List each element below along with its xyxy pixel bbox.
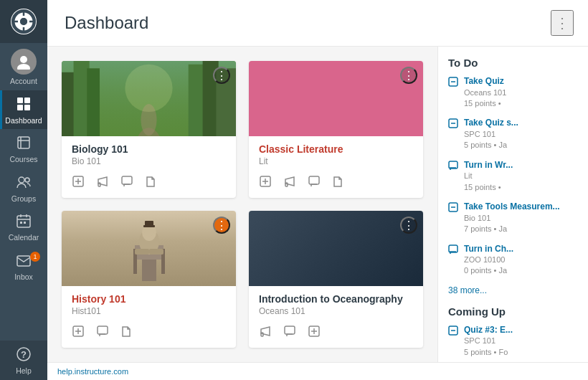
todo-item-4[interactable]: Turn in Ch... ZOO 10100 0 points • Ja bbox=[448, 244, 578, 277]
card-actions-history101 bbox=[62, 320, 236, 348]
course-cards-grid: ⋮ Biology 101 Bio 101 bbox=[47, 47, 437, 362]
sidebar-item-inbox[interactable]: 1 Inbox bbox=[0, 247, 47, 286]
card-action-edit-oceanography[interactable] bbox=[308, 325, 321, 341]
sidebar-item-groups[interactable]: Groups bbox=[0, 168, 47, 208]
svg-rect-40 bbox=[98, 183, 100, 186]
card-action-edit-classic-lit[interactable] bbox=[259, 175, 272, 191]
todo-content-3: Take Tools Measurem... Bio 101 7 points … bbox=[464, 201, 560, 234]
todo-title-3: Take Tools Measurem... bbox=[464, 201, 560, 213]
todo-section-title: To Do bbox=[448, 57, 578, 69]
svg-text:?: ? bbox=[21, 349, 27, 360]
sidebar-item-account-label: Account bbox=[10, 77, 37, 86]
todo-title-4: Turn in Ch... bbox=[464, 244, 513, 255]
sidebar-item-calendar[interactable]: Calendar bbox=[0, 207, 47, 247]
todo-content-4: Turn in Ch... ZOO 10100 0 points • Ja bbox=[464, 244, 513, 277]
forest-background bbox=[62, 61, 236, 136]
card-image-oceanography: ⋮ bbox=[249, 211, 423, 286]
canvas-logo bbox=[11, 9, 37, 34]
coming-up-item-0[interactable]: Quiz #3: E... SPC 101 5 points • Fo bbox=[448, 325, 578, 358]
svg-rect-53 bbox=[135, 249, 149, 255]
avatar bbox=[11, 49, 37, 75]
todo-item-3[interactable]: Take Tools Measurem... Bio 101 7 points … bbox=[448, 201, 578, 234]
card-actions-oceanography bbox=[249, 320, 423, 348]
groups-icon bbox=[16, 174, 32, 192]
todo-icon-3 bbox=[448, 202, 458, 234]
lincoln-background bbox=[62, 211, 236, 286]
inbox-icon bbox=[16, 252, 32, 270]
coming-up-title-0: Quiz #3: E... bbox=[464, 325, 513, 336]
card-action-announce-oceanography[interactable] bbox=[259, 325, 272, 341]
svg-rect-61 bbox=[98, 326, 108, 334]
svg-rect-17 bbox=[17, 216, 30, 227]
todo-item-1[interactable]: Take Quiz s... SPC 101 5 points • Ja bbox=[448, 118, 578, 151]
pink-background bbox=[249, 61, 423, 136]
svg-rect-22 bbox=[24, 222, 26, 224]
card-actions-classic-lit bbox=[249, 171, 423, 198]
help-icon: ? bbox=[16, 346, 32, 364]
content-area: ⋮ Biology 101 Bio 101 bbox=[47, 47, 588, 362]
dark-background bbox=[249, 211, 423, 286]
sidebar-item-dashboard[interactable]: Dashboard bbox=[0, 90, 47, 130]
coming-up-content-0: Quiz #3: E... SPC 101 5 points • Fo bbox=[464, 325, 513, 358]
card-title-bio101: Biology 101 bbox=[72, 143, 226, 155]
svg-rect-46 bbox=[309, 176, 319, 184]
card-action-discuss-bio101[interactable] bbox=[120, 175, 133, 191]
footer-link[interactable]: help.instructure.com bbox=[57, 367, 128, 376]
card-action-announce-bio101[interactable] bbox=[96, 175, 109, 191]
todo-icon-0 bbox=[448, 77, 458, 109]
footer: help.instructure.com bbox=[47, 362, 588, 380]
todo-sub-2: Lit 15 points • bbox=[464, 171, 513, 193]
svg-point-36 bbox=[125, 65, 172, 112]
card-action-discuss-oceanography[interactable] bbox=[283, 325, 296, 341]
sidebar-item-account[interactable]: Account bbox=[0, 43, 47, 90]
course-card-oceanography[interactable]: ⋮ Introduction to Oceanography Oceans 10… bbox=[249, 211, 423, 348]
card-menu-oceanography[interactable]: ⋮ bbox=[400, 217, 417, 234]
card-action-edit-bio101[interactable] bbox=[72, 175, 85, 191]
coming-up-title: Coming Up bbox=[448, 305, 578, 318]
svg-point-7 bbox=[17, 64, 30, 70]
card-title-oceanography: Introduction to Oceanography bbox=[259, 293, 413, 305]
svg-point-6 bbox=[20, 56, 27, 63]
todo-title-1: Take Quiz s... bbox=[464, 118, 518, 129]
card-menu-classic-lit[interactable]: ⋮ bbox=[400, 67, 417, 84]
card-subtitle-oceanography: Oceans 101 bbox=[259, 306, 413, 316]
course-card-history101[interactable]: ⋮ History 101 Hist101 bbox=[62, 211, 236, 348]
svg-rect-8 bbox=[17, 98, 23, 103]
svg-rect-12 bbox=[18, 137, 29, 148]
more-link[interactable]: 38 more... bbox=[448, 285, 578, 295]
inbox-badge: 1 bbox=[30, 252, 40, 262]
page-title: Dashboard bbox=[65, 13, 148, 33]
card-title-classic-lit: Classic Literature bbox=[259, 143, 413, 155]
card-action-files-history101[interactable] bbox=[120, 325, 133, 341]
svg-rect-30 bbox=[87, 68, 100, 136]
coming-up-section: Coming Up Quiz #3: E... SPC 101 5 points… bbox=[448, 305, 578, 362]
dashboard-icon bbox=[16, 96, 32, 114]
svg-rect-45 bbox=[285, 183, 288, 186]
card-action-files-classic-lit[interactable] bbox=[332, 175, 345, 191]
todo-item-0[interactable]: Take Quiz Oceans 101 15 points • bbox=[448, 76, 578, 109]
todo-icon-2 bbox=[448, 161, 458, 193]
svg-rect-57 bbox=[143, 225, 155, 227]
card-menu-history101[interactable]: ⋮ bbox=[213, 217, 230, 234]
card-action-discuss-classic-lit[interactable] bbox=[308, 175, 321, 191]
card-actions-bio101 bbox=[62, 171, 236, 198]
card-action-files-bio101[interactable] bbox=[145, 175, 158, 191]
todo-content-0: Take Quiz Oceans 101 15 points • bbox=[464, 76, 506, 109]
sidebar-item-help[interactable]: ? Help bbox=[0, 341, 47, 380]
card-action-discuss-history101[interactable] bbox=[96, 325, 109, 341]
courses-icon bbox=[16, 135, 32, 153]
course-card-bio101[interactable]: ⋮ Biology 101 Bio 101 bbox=[62, 61, 236, 198]
card-subtitle-classic-lit: Lit bbox=[259, 156, 413, 166]
sidebar-item-courses[interactable]: Courses bbox=[0, 129, 47, 168]
sidebar: Account Dashboard Courses bbox=[0, 0, 47, 380]
sidebar-item-inbox-label: Inbox bbox=[14, 272, 33, 282]
coming-up-sub-0: SPC 101 5 points • Fo bbox=[464, 336, 513, 358]
card-action-announce-classic-lit[interactable] bbox=[283, 175, 296, 191]
todo-sub-1: SPC 101 5 points • Ja bbox=[464, 129, 518, 151]
todo-item-2[interactable]: Turn in Wr... Lit 15 points • bbox=[448, 160, 578, 193]
card-menu-bio101[interactable]: ⋮ bbox=[213, 67, 230, 84]
course-card-classic-lit[interactable]: ⋮ Classic Literature Lit bbox=[249, 61, 423, 198]
header-menu-button[interactable]: ⋮ bbox=[551, 10, 574, 36]
sidebar-logo[interactable] bbox=[0, 0, 47, 43]
card-action-edit-history101[interactable] bbox=[72, 325, 85, 341]
